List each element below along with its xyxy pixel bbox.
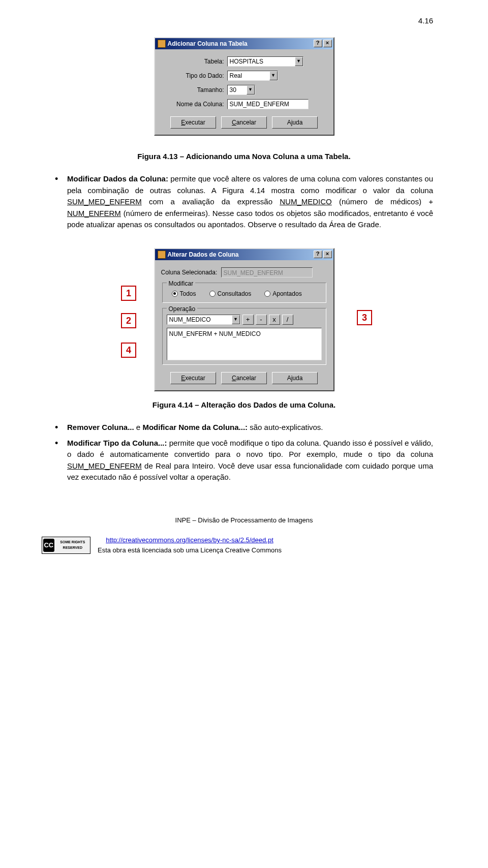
bullet-icon: •: [55, 173, 67, 235]
ajuda-button[interactable]: Ajuda: [272, 116, 318, 129]
close-button[interactable]: ×: [323, 40, 332, 47]
figure-caption-413: Figura 4.13 – Adicionando uma Nova Colun…: [55, 151, 433, 163]
footer-inpe: INPE – Divisão de Processamento de Image…: [55, 515, 433, 525]
op-times-button[interactable]: x: [269, 315, 280, 325]
input-coluna-selecionada: SUM_MED_ENFERM: [221, 267, 313, 277]
radio-apontados[interactable]: Apontados: [264, 289, 301, 298]
bullet-icon: •: [55, 422, 67, 438]
label-tabela: Tabela:: [161, 57, 227, 66]
cc-logo-icon: CC: [43, 539, 54, 552]
footer: INPE – Divisão de Processamento de Image…: [55, 515, 433, 555]
radio-todos[interactable]: Todos: [172, 289, 196, 298]
groupbox-modificar: Modificar Todos Consultados Apontados: [162, 283, 326, 303]
executar-button[interactable]: Executar: [170, 116, 216, 129]
cc-links: http://creativecommons.org/licenses/by-n…: [98, 535, 282, 555]
radio-icon: [264, 291, 270, 297]
help-button[interactable]: ?: [314, 40, 322, 47]
dropdown-operacao-value: NUM_MEDICO: [167, 315, 232, 325]
cc-badge-icon: CC SOME RIGHTS RESERVED: [42, 537, 90, 554]
paragraph-modificar-dados: Modificar Dados da Coluna: permite que v…: [67, 173, 433, 231]
figure-414-wrap: 1 2 3 4 Alterar Dados de Coluna ? × Colu…: [117, 248, 371, 391]
dropdown-operacao-coluna[interactable]: NUM_MEDICO ▼: [167, 315, 240, 325]
op-minus-button[interactable]: -: [256, 315, 267, 325]
dropdown-tabela[interactable]: HOSPITALS ▼: [227, 56, 303, 67]
paragraph-remover-coluna: Remover Coluna... e Modificar Nome da Co…: [67, 422, 433, 433]
label-tamanho: Tamanho:: [161, 85, 227, 95]
app-icon: [158, 251, 166, 259]
chevron-down-icon[interactable]: ▼: [247, 85, 255, 95]
figure-caption-414: Figura 4.14 – Alteração dos Dados de uma…: [55, 399, 433, 411]
title-bar: Alterar Dados de Coluna ? ×: [155, 249, 333, 260]
executar-button[interactable]: Executar: [170, 372, 216, 384]
label-nome: Nome da Coluna:: [161, 100, 227, 109]
groupbox-operacao-title: Operação: [167, 304, 198, 314]
groupbox-operacao: Operação NUM_MEDICO ▼ + - x / NUM_ENFERM…: [162, 308, 326, 365]
cancelar-button[interactable]: Cancelar: [221, 372, 267, 384]
dropdown-tipo-value: Real: [228, 71, 269, 81]
label-tipo: Tipo do Dado:: [161, 71, 227, 80]
expression-textarea[interactable]: NUM_ENFERM + NUM_MEDICO: [167, 328, 322, 360]
callout-3: 3: [357, 310, 372, 325]
callout-2: 2: [121, 313, 136, 328]
dialog-alterar-dados: Alterar Dados de Coluna ? × Coluna Selec…: [154, 248, 334, 391]
ajuda-button[interactable]: Ajuda: [272, 372, 318, 384]
paragraph-modificar-tipo: Modificar Tipo da Coluna...: permite que…: [67, 438, 433, 483]
callout-4: 4: [121, 343, 136, 358]
radio-icon: [172, 291, 178, 297]
help-button[interactable]: ?: [314, 251, 322, 258]
cc-text: Esta obra está licenciada sob uma Licenç…: [98, 546, 282, 554]
op-div-button[interactable]: /: [282, 315, 293, 325]
dialog-title: Adicionar Coluna na Tabela: [168, 39, 313, 48]
close-button[interactable]: ×: [323, 251, 332, 258]
op-plus-button[interactable]: +: [242, 315, 254, 325]
dialog-add-column: Adicionar Coluna na Tabela ? × Tabela: H…: [154, 37, 334, 136]
groupbox-modificar-title: Modificar: [167, 279, 196, 288]
cc-url-link[interactable]: http://creativecommons.org/licenses/by-n…: [106, 536, 273, 544]
chevron-down-icon[interactable]: ▼: [269, 71, 278, 80]
input-nome-coluna[interactable]: [227, 99, 309, 109]
radio-icon: [209, 291, 216, 297]
chevron-down-icon[interactable]: ▼: [295, 57, 303, 66]
chevron-down-icon[interactable]: ▼: [232, 315, 240, 324]
cancelar-button[interactable]: Cancelar: [221, 116, 267, 129]
dropdown-tabela-value: HOSPITALS: [228, 56, 295, 67]
page-number: 4.16: [55, 15, 433, 27]
title-bar: Adicionar Coluna na Tabela ? ×: [155, 38, 333, 49]
callout-1: 1: [121, 286, 136, 301]
app-icon: [158, 40, 166, 48]
label-coluna-selecionada: Coluna Selecionada:: [161, 268, 221, 277]
bullet-icon: •: [55, 438, 67, 487]
dialog-title: Alterar Dados de Coluna: [168, 250, 313, 259]
radio-consultados[interactable]: Consultados: [209, 289, 252, 298]
dropdown-tamanho[interactable]: 30 ▼: [227, 85, 255, 95]
dropdown-tamanho-value: 30: [228, 85, 247, 95]
dropdown-tipo[interactable]: Real ▼: [227, 71, 278, 81]
